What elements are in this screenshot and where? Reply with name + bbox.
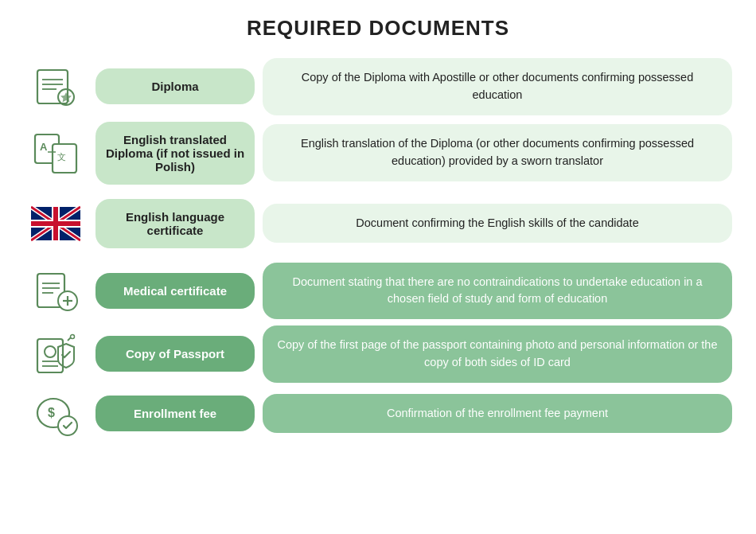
row-medical-certificate: Medical certificate Document stating tha… <box>24 263 732 320</box>
svg-rect-27 <box>37 339 63 372</box>
svg-text:$: $ <box>48 406 55 419</box>
desc-english-certificate: Document confirming the English skills o… <box>263 204 732 244</box>
translation-icon: A 文 <box>24 128 88 177</box>
svg-text:A: A <box>40 141 48 153</box>
label-passport-copy: Copy of Passport <box>95 336 255 372</box>
svg-rect-19 <box>53 207 58 240</box>
row-diploma: Diploma Copy of the Diploma with Apostil… <box>24 58 732 115</box>
svg-rect-0 <box>37 70 68 103</box>
row-passport-copy: Copy of Passport Copy of the first page … <box>24 325 732 383</box>
svg-text:文: 文 <box>57 152 66 162</box>
row-english-certificate: English language certificate Document co… <box>24 191 732 256</box>
svg-point-28 <box>45 346 56 357</box>
desc-medical-certificate: Document stating that there are no contr… <box>263 263 732 320</box>
passport-icon <box>24 329 88 379</box>
row-english-translated-diploma: A 文 English translated Diploma (if not i… <box>24 122 732 185</box>
row-enrollment-fee: $ Enrollment fee Confirmation of the enr… <box>24 389 732 439</box>
label-english-translated-diploma: English translated Diploma (if not issue… <box>95 122 255 185</box>
svg-point-32 <box>71 334 75 338</box>
label-medical-certificate: Medical certificate <box>95 273 255 309</box>
desc-enrollment-fee: Confirmation of the enrollment fee payme… <box>263 394 732 434</box>
label-english-certificate: English language certificate <box>95 199 255 248</box>
uk-flag-icon <box>24 191 88 256</box>
label-enrollment-fee: Enrollment fee <box>95 396 255 431</box>
money-icon: $ <box>24 389 88 439</box>
desc-passport-copy: Copy of the first page of the passport c… <box>263 325 732 383</box>
page-title: REQUIRED DOCUMENTS <box>24 16 732 41</box>
diploma-icon <box>24 62 88 111</box>
svg-marker-5 <box>60 92 72 103</box>
desc-diploma: Copy of the Diploma with Apostille or ot… <box>263 58 732 115</box>
desc-english-translated-diploma: English translation of the Diploma (or o… <box>263 124 732 181</box>
medical-icon <box>24 266 88 315</box>
label-diploma: Diploma <box>95 68 255 104</box>
